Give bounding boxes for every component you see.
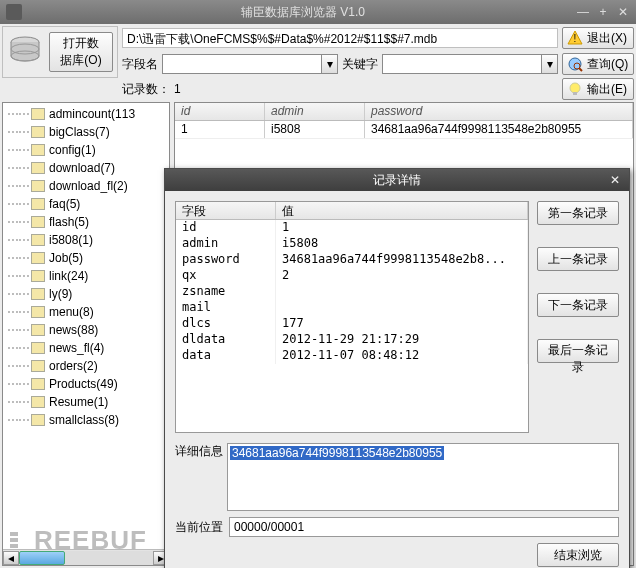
tree-item[interactable]: ⋯⋯news(88)	[3, 321, 169, 339]
tree-item[interactable]: ⋯⋯download(7)	[3, 159, 169, 177]
file-path-display: D:\迅雷下载\OneFCMS$%$#Data$%#2012#$11$$#7.m…	[122, 28, 558, 48]
col-header-id[interactable]: id	[175, 103, 265, 120]
tree-item[interactable]: ⋯⋯flash(5)	[3, 213, 169, 231]
tree-item[interactable]: ⋯⋯bigClass(7)	[3, 123, 169, 141]
end-browse-button[interactable]: 结束浏览	[537, 543, 619, 567]
last-record-button[interactable]: 最后一条记录	[537, 339, 619, 363]
tree-item[interactable]: ⋯⋯config(1)	[3, 141, 169, 159]
record-detail-dialog: 记录详情 ✕ 字段 值 id1admini5808password34681aa…	[164, 168, 630, 568]
col-header-password[interactable]: password	[365, 103, 633, 120]
tree-item[interactable]: ⋯⋯i5808(1)	[3, 231, 169, 249]
dialog-close-button[interactable]: ✕	[607, 172, 623, 188]
exit-button[interactable]: ! 退出(X)	[562, 27, 634, 49]
keyword-input[interactable]	[383, 55, 541, 73]
table-row[interactable]: 1 i5808 34681aa96a744f9998113548e2b80955	[175, 121, 633, 139]
detail-row[interactable]: dldata2012-11-29 21:17:29	[176, 332, 528, 348]
warning-icon: !	[567, 30, 583, 46]
svg-rect-9	[573, 92, 577, 95]
tree-item[interactable]: ⋯⋯menu(8)	[3, 303, 169, 321]
scroll-thumb[interactable]	[19, 551, 65, 565]
col-header-admin[interactable]: admin	[265, 103, 365, 120]
field-name-combo[interactable]: ▾	[162, 54, 338, 74]
tree-item[interactable]: ⋯⋯news_fl(4)	[3, 339, 169, 357]
detail-row[interactable]: qx2	[176, 268, 528, 284]
detail-row[interactable]: password34681aa96a744f9998113548e2b8...	[176, 252, 528, 268]
prev-record-button[interactable]: 上一条记录	[537, 247, 619, 271]
position-label: 当前位置	[175, 519, 223, 536]
field-name-input[interactable]	[163, 55, 321, 73]
value-header[interactable]: 值	[276, 202, 528, 219]
titlebar: 辅臣数据库浏览器 V1.0 — + ✕	[0, 0, 636, 24]
table-tree: ⋯⋯admincount(113⋯⋯bigClass(7)⋯⋯config(1)…	[2, 102, 170, 566]
chevron-down-icon[interactable]: ▾	[321, 55, 337, 73]
tree-item[interactable]: ⋯⋯orders(2)	[3, 357, 169, 375]
query-button[interactable]: 查询(Q)	[562, 53, 634, 75]
record-count-value: 1	[174, 82, 558, 96]
tree-item[interactable]: ⋯⋯Products(49)	[3, 375, 169, 393]
tree-item[interactable]: ⋯⋯Job(5)	[3, 249, 169, 267]
field-header[interactable]: 字段	[176, 202, 276, 219]
scroll-left-arrow[interactable]: ◂	[3, 551, 19, 565]
open-db-button[interactable]: 打开数据库(O)	[49, 32, 113, 72]
tree-item[interactable]: ⋯⋯link(24)	[3, 267, 169, 285]
app-icon	[6, 4, 22, 20]
record-count-label: 记录数：	[122, 81, 170, 98]
output-button[interactable]: 输出(E)	[562, 78, 634, 100]
detail-row[interactable]: dlcs177	[176, 316, 528, 332]
detail-row[interactable]: zsname	[176, 284, 528, 300]
tree-item[interactable]: ⋯⋯faq(5)	[3, 195, 169, 213]
svg-line-7	[579, 68, 582, 71]
tree-item[interactable]: ⋯⋯smallclass(8)	[3, 411, 169, 429]
bulb-icon	[567, 81, 583, 97]
detail-info-value: 34681aa96a744f9998113548e2b80955	[230, 446, 444, 460]
field-name-label: 字段名	[122, 56, 158, 73]
tree-item[interactable]: ⋯⋯ly(9)	[3, 285, 169, 303]
detail-info-box[interactable]: 34681aa96a744f9998113548e2b80955	[227, 443, 619, 511]
maximize-button[interactable]: +	[596, 5, 610, 19]
position-value: 00000/00001	[229, 517, 619, 537]
detail-row[interactable]: admini5808	[176, 236, 528, 252]
first-record-button[interactable]: 第一条记录	[537, 201, 619, 225]
keyword-label: 关键字	[342, 56, 378, 73]
tree-item[interactable]: ⋯⋯Resume(1)	[3, 393, 169, 411]
svg-point-8	[570, 83, 580, 93]
next-record-button[interactable]: 下一条记录	[537, 293, 619, 317]
detail-row[interactable]: id1	[176, 220, 528, 236]
horizontal-scrollbar[interactable]: ◂ ▸	[3, 549, 169, 565]
window-title: 辅臣数据库浏览器 V1.0	[30, 4, 576, 21]
field-value-grid: 字段 值 id1admini5808password34681aa96a744f…	[175, 201, 529, 433]
open-db-panel: 打开数据库(O)	[2, 26, 118, 78]
tree-item[interactable]: ⋯⋯admincount(113	[3, 105, 169, 123]
svg-text:!: !	[574, 33, 577, 44]
keyword-combo[interactable]: ▾	[382, 54, 558, 74]
globe-search-icon	[567, 56, 583, 72]
dialog-titlebar: 记录详情 ✕	[165, 169, 629, 191]
tree-item[interactable]: ⋯⋯download_fl(2)	[3, 177, 169, 195]
detail-row[interactable]: data2012-11-07 08:48:12	[176, 348, 528, 364]
detail-row[interactable]: mail	[176, 300, 528, 316]
detail-info-label: 详细信息	[175, 443, 223, 460]
close-button[interactable]: ✕	[616, 5, 630, 19]
database-icon	[7, 32, 43, 72]
minimize-button[interactable]: —	[576, 5, 590, 19]
chevron-down-icon[interactable]: ▾	[541, 55, 557, 73]
